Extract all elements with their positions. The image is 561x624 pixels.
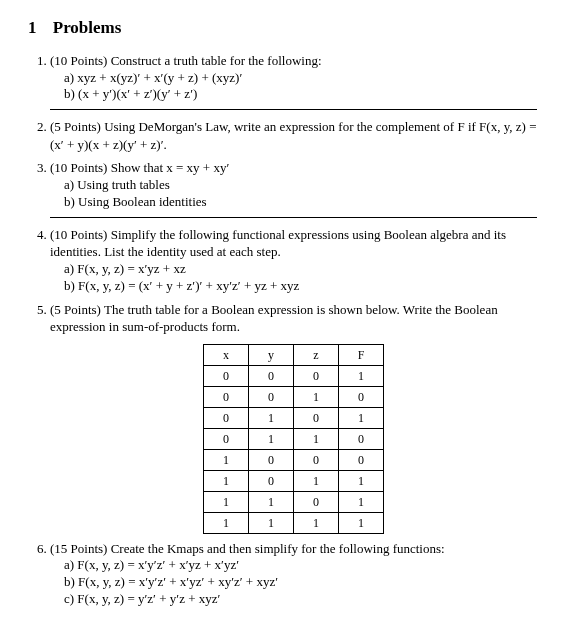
table-header-x: x: [204, 344, 249, 365]
cell: 1: [249, 428, 294, 449]
truth-table: x y z F 0001 0010 0101 0110 1000 1011 11…: [203, 344, 384, 534]
cell: 1: [294, 428, 339, 449]
problem-1-a: a) xyz + x(yz)′ + x′(y + z) + (xyz)′: [64, 70, 537, 87]
problem-2-text: (5 Points) Using DeMorgan's Law, write a…: [50, 119, 537, 152]
problem-6-b: b) F(x, y, z) = x′y′z′ + x′yz′ + xy′z′ +…: [64, 574, 537, 591]
cell: 0: [249, 470, 294, 491]
problem-6: (15 Points) Create the Kmaps and then si…: [50, 540, 537, 608]
problem-1-b: b) (x + y′)(x′ + z′)(y′ + z′): [64, 86, 537, 103]
problem-3: (10 Points) Show that x = xy + xy′ a) Us…: [50, 159, 537, 217]
section-heading: 1 Problems: [28, 18, 537, 38]
cell: 1: [339, 407, 384, 428]
cell: 0: [204, 365, 249, 386]
cell: 0: [204, 386, 249, 407]
cell: 1: [249, 491, 294, 512]
cell: 0: [294, 365, 339, 386]
problem-1: (10 Points) Construct a truth table for …: [50, 52, 537, 110]
problem-4-b: b) F(x, y, z) = (x′ + y + z′)′ + xy′z′ +…: [64, 278, 537, 295]
table-row: 1111: [204, 512, 384, 533]
problem-2: (5 Points) Using DeMorgan's Law, write a…: [50, 118, 537, 153]
divider: [50, 217, 537, 218]
cell: 1: [294, 386, 339, 407]
cell: 1: [204, 512, 249, 533]
table-row: 1101: [204, 491, 384, 512]
table-header-row: x y z F: [204, 344, 384, 365]
cell: 0: [339, 386, 384, 407]
cell: 1: [249, 407, 294, 428]
cell: 1: [339, 491, 384, 512]
problem-6-a: a) F(x, y, z) = x′y′z′ + x′yz + x′yz′: [64, 557, 537, 574]
table-row: 0101: [204, 407, 384, 428]
cell: 1: [204, 470, 249, 491]
problem-3-a: a) Using truth tables: [64, 177, 537, 194]
cell: 0: [249, 449, 294, 470]
table-header-f: F: [339, 344, 384, 365]
cell: 0: [204, 407, 249, 428]
cell: 0: [249, 386, 294, 407]
cell: 1: [204, 491, 249, 512]
section-number: 1: [28, 18, 37, 37]
cell: 1: [294, 470, 339, 491]
table-header-z: z: [294, 344, 339, 365]
cell: 1: [249, 512, 294, 533]
cell: 0: [294, 449, 339, 470]
table-row: 1011: [204, 470, 384, 491]
problem-5-intro: (5 Points) The truth table for a Boolean…: [50, 302, 498, 335]
cell: 0: [249, 365, 294, 386]
table-row: 0010: [204, 386, 384, 407]
cell: 1: [339, 512, 384, 533]
problem-1-intro: (10 Points) Construct a truth table for …: [50, 53, 322, 68]
table-row: 1000: [204, 449, 384, 470]
problem-3-b: b) Using Boolean identities: [64, 194, 537, 211]
cell: 0: [204, 428, 249, 449]
section-title: Problems: [53, 18, 122, 37]
table-header-y: y: [249, 344, 294, 365]
problem-4-intro: (10 Points) Simplify the following funct…: [50, 227, 506, 260]
problem-5: (5 Points) The truth table for a Boolean…: [50, 301, 537, 534]
divider: [50, 109, 537, 110]
cell: 0: [339, 428, 384, 449]
cell: 1: [204, 449, 249, 470]
problem-6-intro: (15 Points) Create the Kmaps and then si…: [50, 541, 445, 556]
table-row: 0110: [204, 428, 384, 449]
cell: 1: [339, 470, 384, 491]
table-row: 0001: [204, 365, 384, 386]
cell: 0: [339, 449, 384, 470]
cell: 1: [339, 365, 384, 386]
problem-4: (10 Points) Simplify the following funct…: [50, 226, 537, 295]
cell: 0: [294, 407, 339, 428]
problem-3-intro: (10 Points) Show that x = xy + xy′: [50, 160, 229, 175]
problem-4-a: a) F(x, y, z) = x′yz + xz: [64, 261, 537, 278]
problem-6-c: c) F(x, y, z) = y′z′ + y′z + xyz′: [64, 591, 537, 608]
cell: 0: [294, 491, 339, 512]
problem-list: (10 Points) Construct a truth table for …: [28, 52, 537, 608]
cell: 1: [294, 512, 339, 533]
